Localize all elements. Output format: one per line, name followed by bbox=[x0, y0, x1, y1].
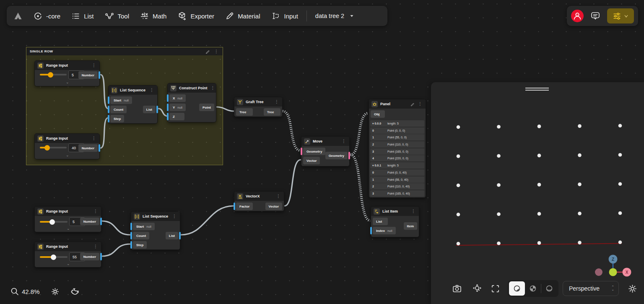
node-header[interactable]: Range Input ⋮ bbox=[35, 207, 101, 216]
edit-pencil-icon[interactable] bbox=[410, 102, 415, 106]
input-x[interactable]: Xnull bbox=[169, 94, 186, 102]
viewport-settings-button[interactable] bbox=[628, 284, 637, 294]
output-item[interactable]: Item bbox=[404, 222, 417, 230]
slider-knob[interactable] bbox=[48, 72, 53, 78]
node-graft-tree[interactable]: Graft Tree ⋮ Tree Tree bbox=[234, 97, 283, 117]
output-tree[interactable]: Tree bbox=[264, 108, 280, 116]
shading-material-button[interactable] bbox=[525, 281, 541, 296]
input-start[interactable]: Startnull bbox=[110, 96, 132, 104]
collapse-chevron-icon[interactable]: ⌄ bbox=[67, 262, 70, 266]
node-vectorx[interactable]: VectorX ⋮ Factor Vector bbox=[234, 191, 284, 211]
node-menu-icon[interactable]: ⋮ bbox=[274, 100, 280, 104]
port-y-in[interactable] bbox=[167, 104, 169, 111]
node-header[interactable]: Move ⋮ bbox=[301, 137, 349, 146]
input-start[interactable]: Startnull bbox=[133, 223, 155, 230]
input-step[interactable]: Step bbox=[110, 115, 124, 122]
node-header[interactable]: Panel ⋮ bbox=[369, 99, 426, 109]
port-step-in[interactable] bbox=[130, 241, 132, 249]
input-step[interactable]: Step bbox=[133, 241, 147, 249]
gizmo-neg-axis[interactable] bbox=[595, 268, 602, 276]
port-start-in[interactable] bbox=[130, 223, 132, 230]
menu-material[interactable]: Material bbox=[225, 12, 260, 21]
node-menu-icon[interactable]: ⋮ bbox=[275, 194, 281, 198]
node-list-sequence-2[interactable]: List Sequence ⋮ Startnull Count Step Lis… bbox=[131, 211, 180, 250]
shading-shaded-button[interactable] bbox=[509, 281, 525, 296]
node-header[interactable]: Range Input ⋮ bbox=[35, 61, 99, 70]
output-number[interactable]: Number bbox=[78, 71, 98, 79]
port-tree-in[interactable] bbox=[234, 108, 235, 116]
port-vector-in[interactable] bbox=[301, 157, 302, 164]
node-menu-icon[interactable]: ⋮ bbox=[93, 209, 99, 213]
input-index[interactable]: Indexnull bbox=[373, 227, 396, 234]
output-number[interactable]: Number bbox=[80, 218, 99, 225]
user-avatar[interactable] bbox=[571, 10, 584, 22]
port-obj-in[interactable] bbox=[368, 110, 370, 118]
node-menu-icon[interactable]: ⋮ bbox=[91, 63, 97, 68]
display-filter-button[interactable] bbox=[607, 8, 634, 23]
menu-core[interactable]: -core bbox=[34, 12, 60, 21]
axis-gizmo[interactable]: Z X bbox=[595, 255, 631, 277]
node-menu-icon[interactable]: ⋮ bbox=[417, 102, 423, 106]
slider-knob[interactable] bbox=[51, 255, 56, 260]
output-geometry[interactable]: Geometry bbox=[325, 152, 348, 159]
node-header[interactable]: VectorX ⋮ bbox=[234, 192, 284, 201]
collapse-chevron-icon[interactable]: ⌄ bbox=[66, 81, 69, 84]
zoom-readout[interactable]: 42.8% bbox=[10, 287, 40, 296]
port-factor-in[interactable] bbox=[234, 203, 235, 210]
collapse-chevron-icon[interactable]: ⌄ bbox=[66, 153, 69, 157]
graph-selector[interactable]: data tree 2 bbox=[315, 13, 354, 19]
node-menu-icon[interactable]: ⋮ bbox=[171, 214, 177, 218]
gizmo-origin[interactable] bbox=[609, 268, 617, 276]
port-count-in[interactable] bbox=[130, 232, 132, 239]
input-z[interactable]: Z bbox=[169, 113, 184, 120]
node-menu-icon[interactable]: ⋮ bbox=[149, 88, 155, 92]
input-tree[interactable]: Tree bbox=[236, 108, 253, 116]
menu-list[interactable]: List bbox=[71, 12, 93, 21]
port-geometry-out[interactable] bbox=[348, 152, 350, 159]
editor-settings-button[interactable] bbox=[51, 287, 60, 296]
output-list[interactable]: List bbox=[143, 106, 156, 113]
node-menu-icon[interactable]: ⋮ bbox=[341, 139, 347, 143]
node-menu-icon[interactable]: ⋮ bbox=[91, 136, 97, 140]
input-list[interactable]: List bbox=[373, 218, 388, 225]
feedback-chat-button[interactable] bbox=[590, 11, 600, 21]
port-point-out[interactable] bbox=[215, 104, 217, 111]
output-point[interactable]: Point bbox=[199, 104, 214, 111]
node-menu-icon[interactable]: ⋮ bbox=[410, 209, 416, 213]
panel-branch-row[interactable]: ▾ 0.0.0length: 5 bbox=[370, 120, 424, 127]
input-geometry[interactable]: Geometry bbox=[303, 148, 325, 155]
node-range-input-3[interactable]: Range Input ⋮ 5 ⌃⌄ Number ⌄ bbox=[34, 206, 101, 232]
port-step-in[interactable] bbox=[108, 115, 109, 122]
node-header[interactable]: List Sequence ⋮ bbox=[109, 86, 157, 95]
port-list-out[interactable] bbox=[156, 106, 158, 113]
port-number-out[interactable] bbox=[100, 253, 102, 260]
panel-branch-row[interactable]: ▾ 0.0.1length: 5 bbox=[370, 162, 424, 169]
output-list[interactable]: List bbox=[166, 232, 178, 239]
node-header[interactable]: Construct Point ⋮ bbox=[168, 83, 216, 93]
menu-math[interactable]: Math bbox=[140, 12, 166, 21]
output-number[interactable]: Number bbox=[78, 144, 98, 152]
port-start-in[interactable] bbox=[108, 96, 109, 104]
port-count-in[interactable] bbox=[108, 106, 109, 113]
node-range-input-4[interactable]: Range Input ⋮ 55 ⌃⌄ Number ⌄ bbox=[34, 242, 101, 268]
port-item-out[interactable] bbox=[418, 222, 420, 230]
collapse-chevron-icon[interactable]: ⌄ bbox=[67, 227, 70, 231]
node-menu-icon[interactable]: ⋮ bbox=[210, 86, 216, 90]
port-geometry-in[interactable] bbox=[301, 148, 302, 155]
port-number-out[interactable] bbox=[99, 71, 100, 79]
node-header[interactable]: Range Input ⋮ bbox=[35, 134, 99, 143]
port-tree-out[interactable] bbox=[281, 108, 283, 116]
input-count[interactable]: Count bbox=[133, 232, 149, 239]
screenshot-camera-button[interactable] bbox=[452, 283, 462, 294]
input-obj[interactable]: Obj bbox=[371, 110, 385, 118]
zoom-extents-button[interactable] bbox=[472, 283, 482, 294]
output-vector[interactable]: Vector bbox=[265, 203, 282, 210]
node-header[interactable]: Range Input ⋮ bbox=[35, 242, 101, 251]
app-logo-icon[interactable] bbox=[13, 11, 23, 21]
node-construct-point[interactable]: Construct Point ⋮ Xnull Ynull Z Point bbox=[167, 83, 216, 122]
port-index-in[interactable] bbox=[370, 227, 372, 234]
menu-tool[interactable]: Tool bbox=[105, 12, 130, 21]
port-x-in[interactable] bbox=[167, 94, 169, 102]
slider-knob[interactable] bbox=[49, 219, 55, 225]
node-list-item[interactable]: List Item ⋮ List Indexnull Item bbox=[371, 206, 419, 237]
